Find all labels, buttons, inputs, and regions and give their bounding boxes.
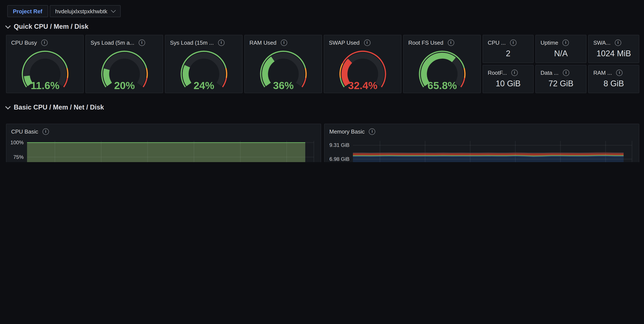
svg-text:20%: 20% [114, 80, 135, 91]
chevron-down-icon [111, 8, 116, 13]
panel-uptime: Uptime i N/A [536, 35, 586, 63]
panel-ram-total: RAM ... i 8 GiB [588, 65, 639, 93]
svg-text:6.98 GiB: 6.98 GiB [330, 156, 350, 162]
gauge: 65.8% [404, 48, 480, 92]
gauge: 36% [245, 48, 321, 92]
svg-text:32.4%: 32.4% [348, 80, 378, 91]
panel-title[interactable]: Uptime [540, 39, 558, 46]
gauge: 11.6% [7, 48, 83, 92]
panel-swap-total: SWA... i 1024 MiB [588, 35, 639, 63]
project-dropdown-value: hvdelujxlxstpxkhwbtk [55, 8, 107, 14]
charts-row-1: CPU Basic i 0%25%50%75%100%09:2509:3009:… [6, 124, 639, 162]
info-icon[interactable]: i [41, 39, 48, 46]
panel-cpu-cores: CPU ... i 2 [482, 35, 534, 63]
stat-value: 2 [483, 48, 533, 63]
panel-title[interactable]: Sys Load (5m a... [90, 39, 134, 46]
topbar: Project Ref hvdelujxlxstpxkhwbtk [7, 5, 121, 17]
quick-row: CPU Busy i 11.6% Sys Load (5m a... i 20%… [6, 35, 639, 93]
gauge: 32.4% [325, 48, 400, 92]
stats-grid: CPU ... i 2 Uptime i N/A SWA... i 1024 M… [482, 35, 639, 93]
info-icon[interactable]: i [511, 69, 518, 76]
panel-sys-load-5m: Sys Load (5m a... i 20% [86, 35, 163, 93]
svg-text:24%: 24% [194, 80, 214, 91]
panel-rootfs-total: RootF... i 10 GiB [482, 65, 534, 93]
info-icon[interactable]: i [615, 39, 621, 46]
info-icon[interactable]: i [42, 128, 49, 134]
panel-cpu-busy: CPU Busy i 11.6% [6, 35, 84, 93]
svg-text:11.6%: 11.6% [30, 80, 59, 91]
info-icon[interactable]: i [616, 69, 623, 76]
info-icon[interactable]: i [562, 39, 569, 46]
svg-text:36%: 36% [273, 80, 294, 91]
stat-value: 10 GiB [483, 78, 533, 93]
panel-sys-load-15m: Sys Load (15m ... i 24% [165, 35, 242, 93]
panel-title[interactable]: RAM Used [250, 39, 276, 46]
panel-ram-used: RAM Used i 36% [244, 35, 322, 93]
panel-title[interactable]: SWAP Used [329, 39, 360, 46]
info-icon[interactable]: i [448, 39, 454, 46]
info-icon[interactable]: i [510, 39, 516, 46]
panel-title[interactable]: RAM ... [593, 69, 612, 76]
svg-text:9.31 GiB: 9.31 GiB [330, 142, 350, 148]
info-icon[interactable]: i [139, 39, 145, 46]
info-icon[interactable]: i [364, 39, 370, 46]
memory-basic-chart[interactable]: 0 B2.33 GiB4.66 GiB6.98 GiB9.31 GiB09:25… [326, 138, 637, 162]
panel-title[interactable]: RootF... [488, 69, 507, 76]
stat-value: 72 GiB [536, 78, 586, 93]
section-quick-cpu-mem-disk[interactable]: Quick CPU / Mem / Disk [6, 23, 88, 30]
panel-title[interactable]: CPU Basic [11, 128, 38, 134]
panel-data-total: Data ... i 72 GiB [536, 65, 586, 93]
grafana-dashboard: Project Ref hvdelujxlxstpxkhwbtk Quick C… [0, 0, 644, 162]
panel-title[interactable]: Sys Load (15m ... [170, 39, 214, 46]
stat-value: 1024 MiB [588, 48, 639, 63]
stat-value: 8 GiB [588, 78, 639, 93]
info-icon[interactable]: i [281, 39, 287, 46]
project-dropdown[interactable]: hvdelujxlxstpxkhwbtk [50, 5, 121, 17]
svg-text:75%: 75% [13, 154, 24, 160]
svg-text:100%: 100% [10, 140, 24, 145]
section-basic-cpu-mem-net-disk[interactable]: Basic CPU / Mem / Net / Disk [6, 104, 104, 111]
stat-value: N/A [536, 48, 586, 63]
panel-title[interactable]: CPU Busy [11, 39, 37, 46]
panel-title[interactable]: CPU ... [488, 39, 506, 46]
info-icon[interactable]: i [369, 128, 376, 134]
section-title: Quick CPU / Mem / Disk [14, 23, 88, 30]
section-title: Basic CPU / Mem / Net / Disk [14, 104, 104, 111]
panel-title[interactable]: Data ... [540, 69, 558, 76]
panel-cpu-basic: CPU Basic i 0%25%50%75%100%09:2509:3009:… [6, 124, 321, 162]
chevron-down-icon [5, 23, 10, 28]
panel-title[interactable]: Memory Basic [329, 128, 365, 134]
cpu-basic-chart[interactable]: 0%25%50%75%100%09:2509:3009:3509:4009:45… [8, 138, 319, 162]
svg-text:65.8%: 65.8% [428, 80, 457, 91]
gauge: 20% [86, 48, 162, 92]
panel-title[interactable]: Root FS Used [408, 39, 443, 46]
gauge: 24% [166, 48, 242, 92]
panel-swap-used: SWAP Used i 32.4% [324, 35, 402, 93]
info-icon[interactable]: i [563, 69, 569, 76]
panel-root-fs-used: Root FS Used i 65.8% [403, 35, 481, 93]
panel-memory-basic: Memory Basic i 0 B2.33 GiB4.66 GiB6.98 G… [324, 124, 639, 162]
project-ref-button[interactable]: Project Ref [7, 5, 48, 17]
panel-title[interactable]: SWA... [593, 39, 610, 46]
info-icon[interactable]: i [218, 39, 224, 46]
chevron-down-icon [5, 104, 10, 109]
